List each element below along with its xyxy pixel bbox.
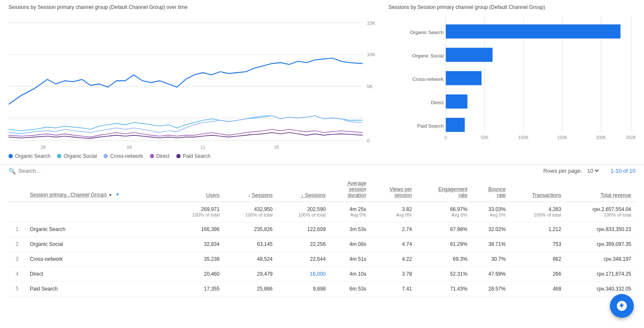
totals-row: 269,971 100% of total 432,950 100% of to… [9,202,635,222]
svg-text:28: 28 [40,145,45,150]
row-transactions: 1,212 [510,222,566,237]
col-engagement[interactable]: Engagementrate [416,177,472,202]
row-bounce: 38.71% [472,237,510,252]
row-bounce: 28.57% [472,282,510,297]
rows-per-page-select[interactable]: 10 25 50 [585,167,600,174]
col-users[interactable]: Users [171,177,224,202]
col-channel-label[interactable]: Session primary...Channel Group) [30,192,107,198]
svg-rect-35 [446,94,468,108]
totals-new-users: 202,590 100% of total [277,202,330,222]
row-engagement: 67.98% [416,222,472,237]
svg-rect-32 [446,24,621,38]
col-avg-session[interactable]: Averagesessionduration [330,177,371,202]
table-header-row: Session primary...Channel Group) ▼ + Use… [9,177,635,202]
data-table-container: Session primary...Channel Group) ▼ + Use… [0,177,644,305]
totals-engagement: 66.97% Avg 0% [416,202,472,222]
row-new-users: 22,644 [277,252,330,267]
data-table: Session primary...Channel Group) ▼ + Use… [9,177,635,297]
row-new-users: 22,256 [277,237,330,252]
row-sessions: 48,524 [224,252,277,267]
totals-users: 269,971 100% of total [171,202,224,222]
totals-views-per: 3.82 Avg 0% [371,202,416,222]
col-views-per[interactable]: Views persession [371,177,416,202]
col-users-label: Users [206,192,219,198]
row-new-users: 16,000 [277,267,330,282]
row-users: 20,460 [171,267,224,282]
row-transactions: 266 [510,267,566,282]
svg-text:15K: 15K [367,20,376,25]
svg-text:18: 18 [274,145,279,150]
row-new-users: 9,898 [277,282,330,297]
legend-dot-organic-search [9,154,13,158]
svg-text:50K: 50K [481,135,489,140]
bar-chart: 0 50K 100K 150K 200K 250K Organic Search… [388,14,635,150]
row-sessions: 63,145 [224,237,277,252]
svg-text:Organic Social: Organic Social [412,53,443,58]
row-users: 35,238 [171,252,224,267]
svg-text:10K: 10K [367,52,376,57]
search-icon: 🔍 [9,168,16,174]
row-revenue: грн.399,097.35 [566,237,635,252]
col-views-per-label: Views persession [390,186,412,198]
col-revenue-label: Total revenue [601,192,631,198]
col-engagement-label: Engagementrate [438,186,467,198]
totals-transactions: 4,283 100% of total [510,202,566,222]
row-views-per: 4.22 [371,252,416,267]
table-row: 4 Direct 20,460 29,479 16,000 4m 10s 3.7… [9,267,635,282]
legend-item-paid-search[interactable]: Paid Search [176,153,210,159]
totals-num [9,202,26,222]
pagination-area: Rows per page: 10 25 50 1-10 of 10 [543,167,635,174]
legend-dot-cross-network [104,154,108,158]
add-column-icon[interactable]: + [115,191,119,198]
svg-rect-33 [446,48,493,62]
col-bounce[interactable]: Bouncerate [472,177,510,202]
col-bounce-label: Bouncerate [488,186,506,198]
row-users: 17,355 [171,282,224,297]
row-sessions: 25,866 [224,282,277,297]
row-views-per: 2.74 [371,222,416,237]
col-sessions[interactable]: ↓Sessions [224,177,277,202]
svg-text:0: 0 [367,138,370,143]
row-sessions: 235,826 [224,222,277,237]
row-sessions: 29,479 [224,267,277,282]
row-channel[interactable]: Direct [26,267,171,282]
row-views-per: 4.74 [371,237,416,252]
legend-item-organic-search[interactable]: Organic Search [9,153,50,159]
row-num: 3 [9,252,26,267]
row-channel[interactable]: Organic Social [26,237,171,252]
svg-text:150K: 150K [557,135,567,140]
dropdown-icon[interactable]: ▼ [108,193,112,197]
legend-item-cross-network[interactable]: Cross-network [104,153,143,159]
col-new-users[interactable]: ↓ Sessions [277,177,330,202]
col-revenue[interactable]: Total revenue [566,177,635,202]
svg-text:Direct: Direct [431,100,444,105]
row-num: 2 [9,237,26,252]
search-input[interactable] [18,168,146,174]
col-channel[interactable]: Session primary...Channel Group) ▼ + [26,177,171,202]
legend-item-organic-social[interactable]: Organic Social [57,153,97,159]
legend-item-direct[interactable]: Direct [150,153,170,159]
totals-sessions: 432,950 100% of total [224,202,277,222]
table-row: 3 Cross-network 35,238 48,524 22,644 4m … [9,252,635,267]
svg-text:100K: 100K [518,135,529,140]
svg-text:Paid Search: Paid Search [417,123,443,128]
row-users: 32,834 [171,237,224,252]
row-revenue: грн.833,350.23 [566,222,635,237]
right-chart-title: Sessions by Session primary channel grou… [388,4,635,10]
row-avg-session: 3m 53s [330,222,371,237]
row-transactions: 753 [510,237,566,252]
row-engagement: 52.31% [416,267,472,282]
row-channel[interactable]: Organic Search [26,222,171,237]
totals-revenue: грн.2,657,554.04 100% of total [566,202,635,222]
pagination-info: 1-10 of 10 [610,168,635,174]
row-transactions: 662 [510,252,566,267]
row-engagement: 61.29% [416,237,472,252]
row-num: 4 [9,267,26,282]
row-channel[interactable]: Cross-network [26,252,171,267]
legend-dot-direct [150,154,154,158]
row-channel[interactable]: Paid Search [26,282,171,297]
row-revenue: грн.348,197 [566,252,635,267]
col-transactions[interactable]: Transactions [510,177,566,202]
row-bounce: 47.69% [472,267,510,282]
row-bounce: 32.02% [472,222,510,237]
